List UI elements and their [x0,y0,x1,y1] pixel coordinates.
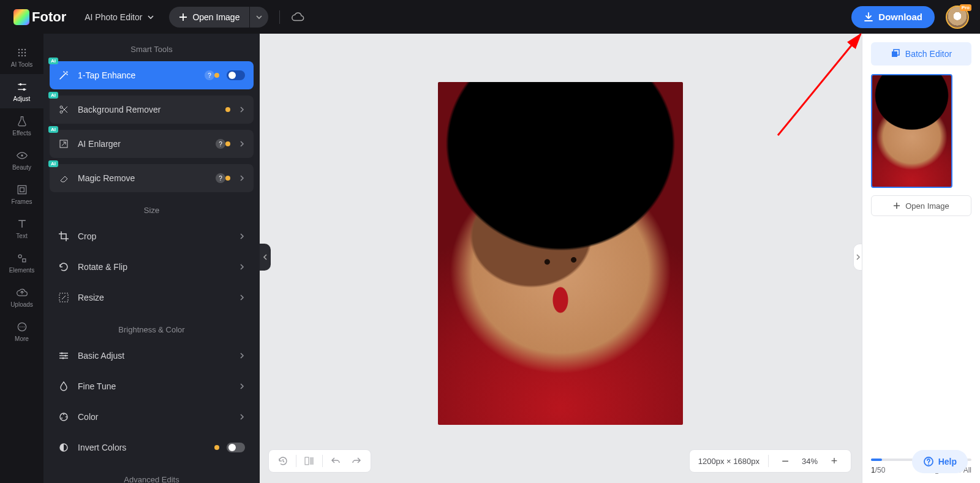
open-image-button[interactable]: Open Image [169,7,249,28]
plus-icon [179,13,187,21]
upload-icon [16,286,28,299]
tool-label: Rotate & Flip [78,262,230,272]
section-size: Size [50,195,254,222]
download-icon [864,12,873,22]
collapse-panel-button[interactable] [260,244,271,271]
download-button[interactable]: Download [851,6,935,28]
svg-point-25 [64,354,66,356]
chevron-right-icon [239,294,245,301]
tool-label: Color [78,412,230,422]
premium-dot [214,445,219,450]
text-icon [16,218,28,230]
canvas-image[interactable] [438,82,683,425]
svg-rect-33 [305,457,309,465]
tool-label: Magic Remove [78,173,212,183]
cloud-sync-button[interactable] [291,10,304,24]
tool-label: Basic Adjust [78,351,230,361]
rail-beauty[interactable]: Beauty [0,143,43,177]
tool-rotate-flip[interactable]: Rotate & Flip [50,253,254,281]
svg-point-18 [21,326,23,328]
logo-text: Fotor [32,9,66,25]
tool-1tap-enhance[interactable]: AI 1-Tap Enhance ? [50,61,254,89]
undo-icon [330,455,341,466]
section-brightness: Brightness & Color [50,314,254,342]
thumbnail-selected[interactable] [871,74,952,188]
rail-frames[interactable]: Frames [0,177,43,211]
zoom-out-button[interactable]: − [777,453,793,469]
enhance-toggle[interactable] [227,70,245,80]
ai-badge: AI [48,160,58,167]
expand-right-panel-button[interactable] [853,244,862,271]
sidebar-rail: AI Tools Adjust Effects Beauty Frames Te… [0,34,43,483]
tool-basic-adjust[interactable]: Basic Adjust [50,342,254,370]
help-icon[interactable]: ? [216,139,225,149]
eye-icon [16,149,28,162]
rail-label: Effects [12,130,31,137]
tool-color[interactable]: Color [50,403,254,431]
svg-point-10 [23,88,25,91]
editor-type-label: AI Photo Editor [85,12,142,22]
tool-ai-enlarger[interactable]: AI AI Enlarger ? [50,130,254,158]
chevron-right-icon [855,254,861,260]
help-button[interactable]: Help [912,450,968,473]
svg-point-2 [24,48,26,50]
open-image-split-button[interactable] [250,7,268,28]
help-label: Help [938,457,957,466]
tool-crop[interactable]: Crop [50,222,254,250]
rail-label: Frames [12,198,32,205]
svg-point-11 [21,154,23,156]
svg-point-8 [24,54,26,56]
svg-rect-15 [22,258,25,261]
svg-point-26 [62,357,64,359]
chevron-right-icon [239,141,245,147]
open-image-panel-button[interactable]: Open Image [871,195,971,216]
right-panel: Batch Editor Open Image 1/50 Clear All [862,34,980,483]
rail-adjust[interactable]: Adjust [0,74,43,108]
bottom-toolbar: 1200px × 1680px − 34% + [268,449,851,473]
open-image-label: Open Image [905,201,949,211]
chevron-left-icon [262,254,268,260]
user-avatar[interactable]: Pro [946,6,969,29]
header-divider [279,10,280,24]
invert-toggle[interactable] [227,443,245,452]
rail-text[interactable]: Text [0,211,43,245]
resize-icon [58,292,69,303]
logo[interactable]: Fotor [13,9,66,25]
adjust-icon [58,350,69,361]
history-group [268,449,371,473]
rail-uploads[interactable]: Uploads [0,280,43,314]
help-icon[interactable]: ? [205,70,214,80]
undo-button[interactable] [328,453,344,469]
chevron-right-icon [239,353,245,359]
rail-label: Uploads [10,301,33,308]
svg-rect-35 [892,51,897,57]
redo-icon [351,455,362,466]
rail-elements[interactable]: Elements [0,245,43,280]
tool-magic-remove[interactable]: AI Magic Remove ? [50,164,254,192]
tool-invert-colors[interactable]: Invert Colors [50,433,254,462]
logo-icon [13,9,29,25]
tool-label: Fine Tune [78,381,230,391]
compare-button[interactable] [301,453,317,469]
svg-point-0 [18,48,20,50]
tool-label: AI Enlarger [78,139,212,149]
premium-dot [225,176,230,181]
rail-label: AI Tools [11,61,32,68]
open-image-label: Open Image [192,12,239,22]
history-button[interactable] [275,453,291,469]
svg-point-24 [61,352,62,354]
zoom-in-button[interactable]: + [826,453,842,469]
svg-point-21 [60,111,62,113]
canvas-area[interactable] [260,34,862,483]
tool-resize[interactable]: Resize [50,283,254,312]
redo-button[interactable] [349,453,364,469]
shapes-icon [16,252,28,264]
rail-more[interactable]: More [0,314,43,348]
rail-ai-tools[interactable]: AI Tools [0,40,43,74]
tool-fine-tune[interactable]: Fine Tune [50,372,254,400]
help-icon[interactable]: ? [216,173,225,183]
editor-type-dropdown[interactable]: AI Photo Editor [85,12,154,22]
tool-background-remover[interactable]: AI Background Remover [50,95,254,124]
rail-effects[interactable]: Effects [0,108,43,143]
batch-editor-button[interactable]: Batch Editor [871,42,971,66]
